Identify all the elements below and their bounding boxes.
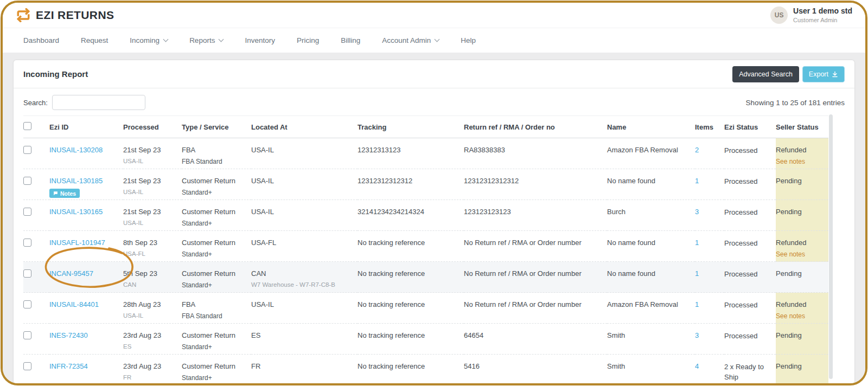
row-checkbox[interactable]: [23, 239, 31, 247]
column-header[interactable]: Name: [607, 116, 695, 138]
processed-location: USA-IL: [123, 312, 176, 319]
return-type: Customer Return: [182, 331, 246, 339]
page-title: Incoming Report: [23, 69, 88, 79]
processed-date: 21st Sep 23: [123, 177, 176, 185]
ezi-status: Processed: [724, 324, 776, 355]
nav-item-account-admin[interactable]: Account Admin: [382, 36, 439, 44]
notes-badge[interactable]: Notes: [49, 189, 80, 198]
ezi-id-link[interactable]: INUSAIL-130208: [49, 146, 103, 154]
see-notes-link[interactable]: See notes: [776, 158, 823, 165]
row-checkbox[interactable]: [23, 331, 31, 339]
row-checkbox[interactable]: [23, 362, 31, 370]
processed-date: 28th Aug 23: [123, 300, 176, 308]
nav-item-label: Inventory: [245, 36, 275, 44]
return-type: Customer Return: [182, 208, 246, 216]
note-icon: [53, 191, 58, 196]
ezi-id-link[interactable]: INUSAIL-130185: [49, 177, 103, 185]
see-notes-link[interactable]: See notes: [776, 312, 823, 320]
customer-name: Amazon FBA Removal: [607, 293, 695, 324]
nav-item-label: Dashboard: [23, 36, 59, 44]
return-type: Customer Return: [182, 239, 246, 247]
tracking-ref: No tracking reference: [358, 262, 464, 293]
nav-item-help[interactable]: Help: [461, 36, 476, 44]
column-header[interactable]: Tracking: [358, 116, 464, 138]
export-button[interactable]: Export: [802, 66, 845, 82]
column-header[interactable]: Type / Service: [182, 116, 251, 138]
export-button-label: Export: [809, 70, 828, 78]
search-row: Search: Showing 1 to 25 of 181 entries: [14, 88, 854, 115]
items-count-link[interactable]: 1: [695, 300, 699, 308]
row-checkbox[interactable]: [23, 208, 31, 216]
top-bar: EZI RETURNS US User 1 demo std Customer …: [3, 3, 865, 28]
select-all-cell: [23, 116, 49, 138]
row-checkbox[interactable]: [23, 146, 31, 154]
nav-item-pricing[interactable]: Pricing: [297, 36, 319, 44]
user-menu[interactable]: US User 1 demo std Customer Admin: [770, 7, 852, 24]
service-level: Standard+: [182, 250, 246, 258]
seller-status: Pending: [776, 331, 823, 339]
advanced-search-button[interactable]: Advanced Search: [732, 66, 799, 82]
row-checkbox[interactable]: [23, 300, 31, 308]
chevron-down-icon: [163, 36, 169, 42]
table-scrollbar[interactable]: [829, 114, 833, 379]
column-header[interactable]: Items: [695, 116, 724, 138]
items-count-link[interactable]: 2: [695, 146, 699, 154]
customer-name: Amazon FBA Removal: [607, 138, 695, 169]
ezi-id-link[interactable]: INUSAFL-101947: [49, 239, 105, 247]
items-count-link[interactable]: 1: [695, 239, 699, 247]
customer-name: Smith: [607, 324, 695, 355]
column-header[interactable]: Ezi Status: [724, 116, 776, 138]
column-header[interactable]: Located At: [251, 116, 358, 138]
nav-item-reports[interactable]: Reports: [189, 36, 223, 44]
service-level: Standard+: [182, 189, 246, 196]
items-count-link[interactable]: 1: [695, 177, 699, 185]
items-count-link[interactable]: 3: [695, 208, 699, 216]
column-header[interactable]: Processed: [123, 116, 182, 138]
row-checkbox[interactable]: [23, 177, 31, 185]
return-type: Customer Return: [182, 177, 246, 185]
service-level: Standard+: [182, 220, 246, 227]
seller-status: Refunded: [776, 300, 823, 308]
avatar: US: [770, 7, 788, 24]
processed-location: USA-IL: [123, 189, 176, 195]
nav-item-dashboard[interactable]: Dashboard: [23, 36, 59, 44]
ezi-id-link[interactable]: INUSAIL-84401: [49, 300, 99, 308]
items-count-link[interactable]: 4: [695, 362, 699, 370]
ezi-id-link[interactable]: INUSAIL-130165: [49, 208, 103, 216]
nav-item-billing[interactable]: Billing: [341, 36, 360, 44]
return-ref: 123123123123: [464, 200, 607, 231]
ezi-id-link[interactable]: INES-72430: [49, 331, 88, 339]
return-ref: No Return ref / RMA or Order number: [464, 262, 607, 293]
return-ref: 64654: [464, 324, 607, 355]
main-nav: DashboardRequestIncomingReportsInventory…: [3, 28, 865, 52]
card-header: Incoming Report Advanced Search Export: [14, 60, 854, 88]
select-all-checkbox[interactable]: [23, 122, 31, 130]
nav-item-request[interactable]: Request: [81, 36, 108, 44]
ezi-id-link[interactable]: INFR-72354: [49, 362, 88, 370]
processed-location: USA-FL: [123, 250, 176, 257]
processed-location: FR: [123, 374, 176, 381]
search-input[interactable]: [52, 95, 145, 110]
processed-date: 23rd Aug 23: [123, 331, 176, 339]
brand-logo[interactable]: EZI RETURNS: [16, 8, 114, 22]
row-checkbox[interactable]: [23, 269, 31, 278]
column-header[interactable]: Seller Status: [776, 116, 828, 138]
incoming-report-card: Incoming Report Advanced Search Export S…: [14, 60, 854, 383]
nav-item-label: Incoming: [130, 36, 159, 44]
located-at: CAN: [251, 269, 352, 278]
column-header[interactable]: Return ref / RMA / Order no: [464, 116, 607, 138]
seller-status: Refunded: [776, 146, 823, 154]
seller-status: Pending: [776, 269, 823, 278]
nav-item-incoming[interactable]: Incoming: [130, 36, 168, 44]
processed-date: 8th Sep 23: [123, 239, 176, 247]
service-level: Standard+: [182, 343, 246, 351]
customer-name: No name found: [607, 169, 695, 200]
column-header[interactable]: Ezi ID: [49, 116, 123, 138]
ezi-id-link[interactable]: INCAN-95457: [49, 269, 93, 278]
items-count-link[interactable]: 1: [695, 269, 699, 278]
customer-name: Burch: [607, 200, 695, 231]
see-notes-link[interactable]: See notes: [776, 250, 823, 258]
items-count-link[interactable]: 3: [695, 331, 699, 339]
nav-item-inventory[interactable]: Inventory: [245, 36, 275, 44]
ezi-status: Processed: [724, 169, 776, 200]
